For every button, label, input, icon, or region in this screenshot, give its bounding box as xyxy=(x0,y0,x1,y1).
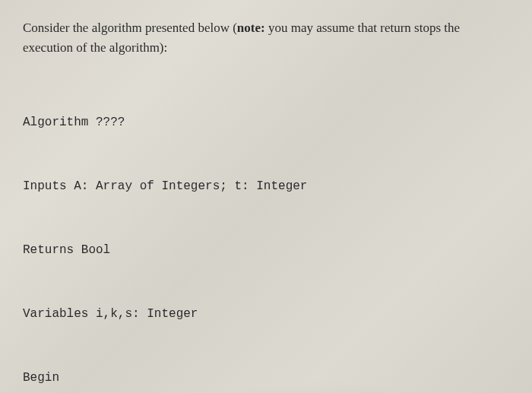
algorithm-code: Algorithm ???? Inputs A: Array of Intege… xyxy=(23,69,509,393)
code-line-returns: Returns Bool xyxy=(23,239,509,261)
intro-note-label: note: xyxy=(237,21,265,35)
problem-intro: Consider the algorithm presented below (… xyxy=(23,18,509,57)
code-line-variables: Variables i,k,s: Integer xyxy=(23,303,509,325)
code-line-algorithm: Algorithm ???? xyxy=(23,112,509,133)
intro-text-part1: Consider the algorithm presented below ( xyxy=(23,21,237,35)
code-line-inputs: Inputs A: Array of Integers; t: Integer xyxy=(23,176,509,197)
code-line-begin: Begin xyxy=(23,367,509,388)
